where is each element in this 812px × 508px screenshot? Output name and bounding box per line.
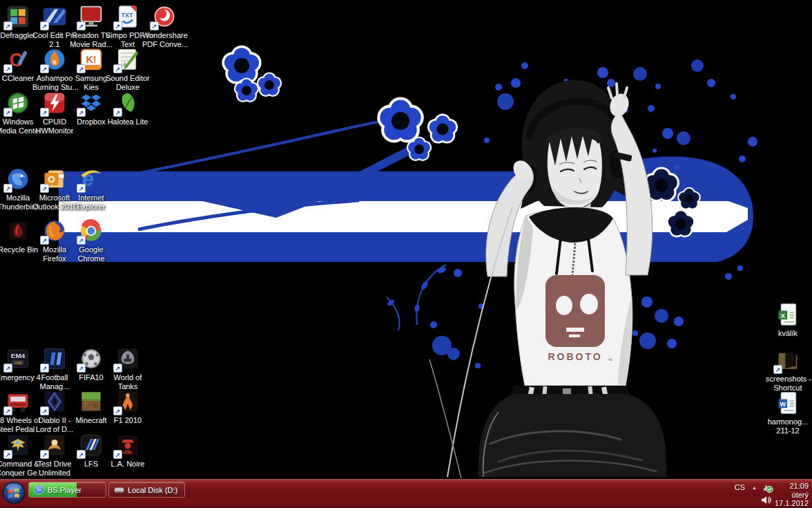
mozilla-firefox-icon: ↗ — [42, 218, 67, 243]
command-and-conquer-icon: ↗ — [6, 433, 30, 458]
windows-media-center-icon: ↗ — [6, 91, 30, 115]
shortcut-arrow-icon: ↗ — [113, 108, 122, 117]
desktop-icon-harmonog-211-12[interactable]: Wharmonog...211-12 — [766, 391, 810, 435]
svg-text:TXT: TXT — [122, 12, 134, 19]
taskbar-button-label: BS.Player — [48, 486, 81, 494]
desktop-icon-screenshots-shortcut[interactable]: ↗screenshots -Shortcut — [766, 348, 810, 393]
diablo-ii-icon: ↗ — [42, 389, 67, 414]
google-chrome-icon: ↗ — [79, 218, 104, 243]
halotea-lite-icon: ↗ — [115, 91, 140, 115]
shortcut-arrow-icon: ↗ — [77, 236, 86, 245]
18-wheels-of-steel-icon: ↗ — [6, 389, 30, 414]
shortcut-arrow-icon: ↗ — [77, 64, 86, 73]
shortcut-arrow-icon: ↗ — [3, 21, 12, 30]
show-hidden-icons-arrow[interactable]: ▲ — [752, 485, 757, 490]
bsplayer-icon: bs — [34, 485, 44, 495]
shortcut-arrow-icon: ↗ — [77, 364, 86, 373]
shirt-text: ROBOTO — [548, 351, 602, 362]
shortcut-arrow-icon: ↗ — [40, 108, 49, 117]
svg-text:bs: bs — [37, 487, 41, 492]
clock-time: 21:09 — [775, 482, 809, 491]
shortcut-arrow-icon: ↗ — [113, 406, 122, 415]
language-indicator[interactable]: CS — [735, 483, 745, 491]
desktop-icon-internet-explorer[interactable]: e↗InternetExplorer — [69, 167, 113, 211]
desktop-icon-label: harmonog...211-12 — [766, 417, 810, 435]
lfs-icon: ↗ — [79, 433, 104, 458]
svg-text:X: X — [781, 312, 786, 319]
desktop-icon-label: GoogleChrome — [69, 245, 113, 263]
taskbar-button-local-disk-d[interactable]: Local Disk (D:) — [108, 482, 185, 498]
desktop-icon-kvalik[interactable]: Xkválík — [766, 302, 810, 338]
shortcut-arrow-icon: ↗ — [113, 364, 122, 373]
samsung-kies-icon: K!↗ — [79, 47, 104, 72]
desktop-icon-label: F1 2010 — [106, 416, 150, 425]
ccleaner-icon: C↗ — [6, 47, 30, 72]
simpo-pdf-to-text-icon: TXT↗ — [115, 4, 140, 29]
clock-date: 17.1.2012 — [775, 499, 809, 508]
clock-day: úterý — [775, 491, 809, 500]
desktop-icon-sound-editor-deluxe[interactable]: ♪↗Sound EditorDeluxe — [106, 47, 150, 92]
cpuid-hwmonitor-icon: ↗ — [42, 91, 67, 115]
start-button[interactable] — [2, 481, 26, 505]
test-drive-unlimited-icon: ↗ — [42, 433, 67, 458]
svg-text:K!: K! — [86, 54, 96, 65]
defraggler-icon: ↗ — [6, 4, 30, 29]
ashampoo-burning-icon: 6↗ — [42, 47, 67, 72]
svg-text:UXE: UXE — [14, 361, 21, 365]
windows-logo-icon — [2, 481, 26, 505]
desktop-icon-halotea-lite[interactable]: ↗Halotea Lite — [106, 91, 150, 126]
recycle-bin-icon — [6, 218, 30, 243]
taskbar-button-label: Local Disk (D:) — [128, 486, 177, 494]
shortcut-arrow-icon: ↗ — [113, 21, 122, 30]
shortcut-arrow-icon: ↗ — [113, 64, 122, 73]
wondershare-pdf-icon: ↗ — [152, 4, 177, 29]
shortcut-arrow-icon: ↗ — [3, 108, 12, 117]
desktop-icon-wondershare-pdf[interactable]: ↗WondersharePDF Conve... — [142, 4, 186, 49]
shortcut-arrow-icon: ↗ — [40, 364, 49, 373]
desktop-icon-f1-2010[interactable]: ↗F1 2010 — [106, 389, 150, 425]
shortcut-arrow-icon: ↗ — [3, 450, 12, 459]
svg-text:6: 6 — [52, 58, 57, 66]
volume-icon[interactable] — [761, 495, 772, 504]
dropbox-icon: ↗ — [79, 91, 104, 115]
clock[interactable]: 21:09 úterý 17.1.2012 — [775, 482, 809, 508]
shirt-tm: ™ — [608, 358, 612, 363]
desktop-icon-google-chrome[interactable]: ↗GoogleChrome — [69, 218, 113, 263]
svg-text:O: O — [48, 174, 55, 185]
f1-2010-icon: ↗ — [115, 389, 140, 414]
harmonog-211-12-icon: W — [775, 391, 800, 415]
internet-explorer-icon: e↗ — [79, 167, 104, 191]
shortcut-arrow-icon: ↗ — [40, 184, 49, 193]
shortcut-arrow-icon: ↗ — [3, 406, 12, 415]
shortcut-arrow-icon: ↗ — [3, 364, 12, 373]
shortcut-arrow-icon: ↗ — [40, 21, 49, 30]
shortcut-arrow-icon: ↗ — [150, 21, 159, 30]
microsoft-outlook-2010-icon: O↗ — [42, 167, 67, 191]
svg-text:EM4: EM4 — [11, 352, 26, 359]
safely-remove-hardware-icon[interactable] — [762, 482, 773, 493]
cool-edit-pro-icon: ↗ — [42, 4, 67, 29]
desktop-icon-label: InternetExplorer — [69, 194, 113, 211]
desktop-icon-world-of-tanks[interactable]: ↗World ofTanks — [106, 346, 150, 391]
desktop-icon-label: Sound EditorDeluxe — [106, 74, 150, 92]
fifa10-icon: ↗ — [79, 346, 104, 371]
svg-text:♪: ♪ — [123, 59, 126, 68]
svg-text:W: W — [780, 401, 786, 408]
shortcut-arrow-icon: ↗ — [113, 450, 122, 459]
shortcut-arrow-icon: ↗ — [40, 406, 49, 415]
shortcut-arrow-icon: ↗ — [77, 108, 86, 117]
shortcut-arrow-icon: ↗ — [773, 365, 782, 374]
world-of-tanks-icon: ↗ — [115, 346, 140, 371]
desktop: ROBOTO ™ ↗Defraggler↗Cool — [0, 0, 812, 508]
desktop-icon-label: L.A. Noire — [106, 460, 150, 469]
taskbar-button-bsplayer[interactable]: bsBS.Player — [28, 482, 106, 498]
shortcut-arrow-icon: ↗ — [77, 21, 86, 30]
football-manager-icon: ↗ — [42, 346, 67, 371]
desktop-icon-la-noire[interactable]: ↗L.A. Noire — [106, 433, 150, 469]
shortcut-arrow-icon: ↗ — [77, 450, 86, 459]
mozilla-thunderbird-icon: ↗ — [6, 167, 30, 191]
kvalik-icon: X — [775, 302, 800, 327]
minecraft-icon — [79, 389, 104, 414]
sound-editor-deluxe-icon: ♪↗ — [115, 47, 140, 72]
desktop-icon-label: Halotea Lite — [106, 117, 150, 126]
